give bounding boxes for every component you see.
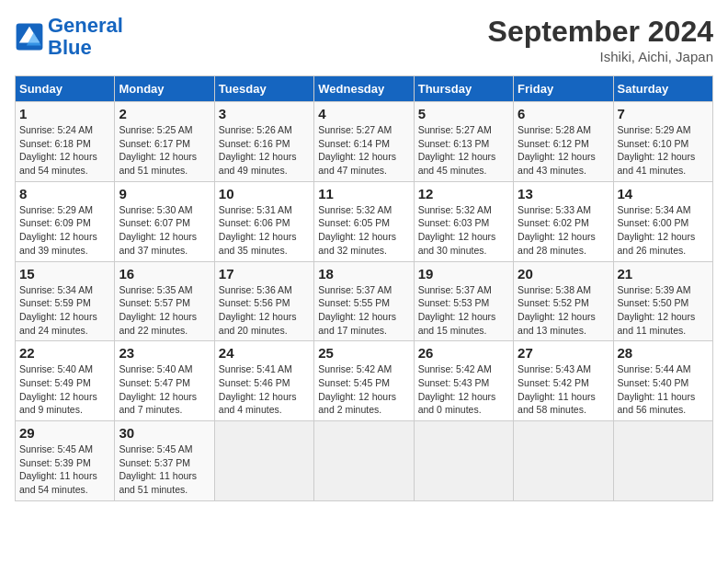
col-header-friday: Friday [514,76,613,102]
day-number: 4 [318,106,409,121]
day-info: Sunrise: 5:42 AM Sunset: 5:43 PM Dayligh… [418,362,509,417]
location: Ishiki, Aichi, Japan [488,49,713,64]
calendar-header-row: SundayMondayTuesdayWednesdayThursdayFrid… [16,76,713,102]
col-header-tuesday: Tuesday [214,76,313,102]
calendar-week-row: 22Sunrise: 5:40 AM Sunset: 5:49 PM Dayli… [16,341,713,421]
calendar-day-cell [514,421,613,501]
day-info: Sunrise: 5:39 AM Sunset: 5:50 PM Dayligh… [618,283,709,338]
logo-line1: General [48,14,123,37]
day-info: Sunrise: 5:32 AM Sunset: 6:03 PM Dayligh… [418,203,509,258]
calendar-day-cell: 14Sunrise: 5:34 AM Sunset: 6:00 PM Dayli… [613,181,712,261]
calendar-week-row: 1Sunrise: 5:24 AM Sunset: 6:18 PM Daylig… [16,102,713,182]
col-header-thursday: Thursday [414,76,513,102]
calendar-day-cell: 30Sunrise: 5:45 AM Sunset: 5:37 PM Dayli… [115,421,214,501]
day-number: 25 [318,345,409,361]
calendar-day-cell [613,421,712,501]
logo-text: General Blue [48,15,123,59]
day-number: 9 [119,186,210,201]
day-info: Sunrise: 5:37 AM Sunset: 5:55 PM Dayligh… [318,283,409,338]
calendar-day-cell: 3Sunrise: 5:26 AM Sunset: 6:16 PM Daylig… [214,102,313,182]
calendar-day-cell: 23Sunrise: 5:40 AM Sunset: 5:47 PM Dayli… [115,341,214,421]
day-number: 20 [518,266,609,282]
calendar-day-cell: 7Sunrise: 5:29 AM Sunset: 6:10 PM Daylig… [613,102,712,182]
day-number: 18 [318,266,409,282]
calendar-day-cell: 13Sunrise: 5:33 AM Sunset: 6:02 PM Dayli… [514,181,613,261]
day-number: 8 [19,186,110,201]
calendar-day-cell: 10Sunrise: 5:31 AM Sunset: 6:06 PM Dayli… [214,181,313,261]
day-info: Sunrise: 5:26 AM Sunset: 6:16 PM Dayligh… [219,123,310,178]
col-header-monday: Monday [115,76,214,102]
calendar-week-row: 15Sunrise: 5:34 AM Sunset: 5:59 PM Dayli… [16,261,713,341]
day-number: 6 [518,106,609,121]
day-info: Sunrise: 5:40 AM Sunset: 5:49 PM Dayligh… [19,362,110,417]
calendar-week-row: 8Sunrise: 5:29 AM Sunset: 6:09 PM Daylig… [16,181,713,261]
calendar-day-cell: 21Sunrise: 5:39 AM Sunset: 5:50 PM Dayli… [613,261,712,341]
logo: General Blue [15,15,123,59]
calendar-week-row: 29Sunrise: 5:45 AM Sunset: 5:39 PM Dayli… [16,421,713,501]
day-number: 2 [119,106,210,121]
calendar-day-cell: 28Sunrise: 5:44 AM Sunset: 5:40 PM Dayli… [613,341,712,421]
calendar-day-cell: 19Sunrise: 5:37 AM Sunset: 5:53 PM Dayli… [414,261,513,341]
day-info: Sunrise: 5:42 AM Sunset: 5:45 PM Dayligh… [318,362,409,417]
month-title: September 2024 [488,15,713,49]
day-info: Sunrise: 5:36 AM Sunset: 5:56 PM Dayligh… [219,283,310,338]
day-info: Sunrise: 5:27 AM Sunset: 6:14 PM Dayligh… [318,123,409,178]
day-info: Sunrise: 5:38 AM Sunset: 5:52 PM Dayligh… [518,283,609,338]
day-info: Sunrise: 5:45 AM Sunset: 5:37 PM Dayligh… [119,442,210,497]
day-number: 28 [618,345,709,361]
day-info: Sunrise: 5:37 AM Sunset: 5:53 PM Dayligh… [418,283,509,338]
calendar-day-cell: 18Sunrise: 5:37 AM Sunset: 5:55 PM Dayli… [314,261,414,341]
day-number: 10 [219,186,310,201]
calendar-day-cell: 2Sunrise: 5:25 AM Sunset: 6:17 PM Daylig… [115,102,214,182]
day-number: 23 [119,345,210,361]
day-info: Sunrise: 5:45 AM Sunset: 5:39 PM Dayligh… [19,442,110,497]
col-header-saturday: Saturday [613,76,712,102]
day-info: Sunrise: 5:35 AM Sunset: 5:57 PM Dayligh… [119,283,210,338]
calendar-day-cell: 6Sunrise: 5:28 AM Sunset: 6:12 PM Daylig… [514,102,613,182]
day-number: 11 [318,186,409,201]
day-info: Sunrise: 5:34 AM Sunset: 5:59 PM Dayligh… [19,283,110,338]
calendar-day-cell: 26Sunrise: 5:42 AM Sunset: 5:43 PM Dayli… [414,341,513,421]
calendar-day-cell: 11Sunrise: 5:32 AM Sunset: 6:05 PM Dayli… [314,181,414,261]
day-number: 21 [618,266,709,282]
day-number: 3 [219,106,310,121]
day-number: 15 [19,266,110,282]
calendar-day-cell: 29Sunrise: 5:45 AM Sunset: 5:39 PM Dayli… [16,421,115,501]
logo-icon [15,22,44,52]
day-info: Sunrise: 5:32 AM Sunset: 6:05 PM Dayligh… [318,203,409,258]
calendar-day-cell [414,421,513,501]
page-header: General Blue September 2024 Ishiki, Aich… [15,15,713,64]
day-info: Sunrise: 5:29 AM Sunset: 6:09 PM Dayligh… [19,203,110,258]
calendar-day-cell: 4Sunrise: 5:27 AM Sunset: 6:14 PM Daylig… [314,102,414,182]
day-number: 19 [418,266,509,282]
calendar-day-cell: 15Sunrise: 5:34 AM Sunset: 5:59 PM Dayli… [16,261,115,341]
day-info: Sunrise: 5:44 AM Sunset: 5:40 PM Dayligh… [618,362,709,417]
day-number: 5 [418,106,509,121]
day-number: 13 [518,186,609,201]
day-info: Sunrise: 5:27 AM Sunset: 6:13 PM Dayligh… [418,123,509,178]
day-info: Sunrise: 5:43 AM Sunset: 5:42 PM Dayligh… [518,362,609,417]
calendar-table: SundayMondayTuesdayWednesdayThursdayFrid… [15,75,713,501]
day-info: Sunrise: 5:40 AM Sunset: 5:47 PM Dayligh… [119,362,210,417]
day-info: Sunrise: 5:33 AM Sunset: 6:02 PM Dayligh… [518,203,609,258]
calendar-day-cell: 16Sunrise: 5:35 AM Sunset: 5:57 PM Dayli… [115,261,214,341]
day-number: 24 [219,345,310,361]
logo-line2: Blue [48,36,92,59]
calendar-day-cell: 8Sunrise: 5:29 AM Sunset: 6:09 PM Daylig… [16,181,115,261]
day-number: 1 [19,106,110,121]
day-number: 14 [618,186,709,201]
calendar-day-cell: 17Sunrise: 5:36 AM Sunset: 5:56 PM Dayli… [214,261,313,341]
calendar-day-cell: 1Sunrise: 5:24 AM Sunset: 6:18 PM Daylig… [16,102,115,182]
calendar-day-cell [214,421,313,501]
day-info: Sunrise: 5:41 AM Sunset: 5:46 PM Dayligh… [219,362,310,417]
calendar-day-cell: 22Sunrise: 5:40 AM Sunset: 5:49 PM Dayli… [16,341,115,421]
calendar-day-cell [314,421,414,501]
calendar-day-cell: 24Sunrise: 5:41 AM Sunset: 5:46 PM Dayli… [214,341,313,421]
day-info: Sunrise: 5:24 AM Sunset: 6:18 PM Dayligh… [19,123,110,178]
day-number: 7 [618,106,709,121]
calendar-day-cell: 20Sunrise: 5:38 AM Sunset: 5:52 PM Dayli… [514,261,613,341]
calendar-day-cell: 27Sunrise: 5:43 AM Sunset: 5:42 PM Dayli… [514,341,613,421]
day-number: 26 [418,345,509,361]
calendar-day-cell: 5Sunrise: 5:27 AM Sunset: 6:13 PM Daylig… [414,102,513,182]
day-info: Sunrise: 5:30 AM Sunset: 6:07 PM Dayligh… [119,203,210,258]
